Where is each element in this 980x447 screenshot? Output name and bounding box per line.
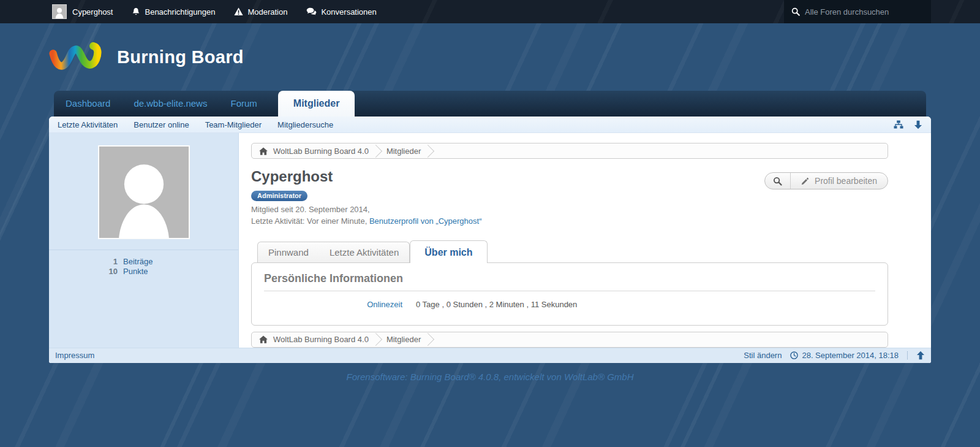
scroll-top-icon[interactable] xyxy=(916,351,925,360)
content-wrapper: Letzte Aktivitäten Benutzer online Team-… xyxy=(49,117,931,363)
sitemap-icon[interactable] xyxy=(894,120,903,129)
home-icon xyxy=(259,147,268,155)
chevron-right-icon xyxy=(421,144,434,157)
scroll-down-icon[interactable] xyxy=(914,120,922,129)
last-activity: Letzte Aktivität: Vor einer Minute, Benu… xyxy=(251,216,888,227)
logo[interactable]: Burning Board xyxy=(49,38,244,76)
current-datetime[interactable]: 28. September 2014, 18:18 xyxy=(790,351,899,360)
topbar-item-conversations[interactable]: Konversationen xyxy=(306,7,376,17)
topbar-item-moderation[interactable]: Moderation xyxy=(234,7,287,17)
member-since: Mitglied seit 20. September 2014, xyxy=(251,204,888,216)
profile-actions: Profil bearbeiten xyxy=(764,172,888,189)
page-header: Burning Board xyxy=(49,23,931,91)
breadcrumb-item-root[interactable]: WoltLab Burning Board 4.0 xyxy=(273,335,369,344)
subnav-letzte-aktivitaeten[interactable]: Letzte Aktivitäten xyxy=(58,120,118,129)
stat-value: 10 xyxy=(49,267,118,277)
footer-bar: Impressum Stil ändern 28. September 2014… xyxy=(49,348,931,363)
copyright-notice: Forensoftware: Burning Board® 4.0.8, ent… xyxy=(49,372,931,382)
topbar-username: Cyperghost xyxy=(72,7,113,17)
onlinezeit-value: 0 Tage , 0 Stunden , 2 Minuten , 11 Seku… xyxy=(416,300,577,309)
stat-value: 1 xyxy=(49,257,118,267)
global-search xyxy=(784,0,931,23)
about-section: Persönliche Informationen Onlinezeit 0 T… xyxy=(251,262,888,326)
datetime-label: 28. September 2014, 18:18 xyxy=(802,351,899,360)
section-title: Persönliche Informationen xyxy=(264,272,875,291)
stat-punkte: 10 Punkte xyxy=(49,267,238,277)
breadcrumb-item-mitglieder[interactable]: Mitglieder xyxy=(386,335,421,344)
onlinezeit-link[interactable]: Onlinezeit xyxy=(367,300,402,309)
burning-board-w-logo xyxy=(49,38,107,76)
home-icon xyxy=(259,335,268,343)
profile-content: WoltLab Burning Board 4.0 Mitglieder Cyp… xyxy=(239,133,931,348)
bell-icon xyxy=(132,7,140,17)
breadcrumb-item-root[interactable]: WoltLab Burning Board 4.0 xyxy=(273,147,369,156)
impressum-link[interactable]: Impressum xyxy=(55,351,94,360)
stat-label-punkte[interactable]: Punkte xyxy=(123,267,148,277)
topbar-item-label: Moderation xyxy=(247,7,287,17)
chevron-right-icon xyxy=(369,144,382,157)
main-navigation: Dashboard de.wbb-elite.news Forum Mitgli… xyxy=(54,91,926,117)
tab-ueber-mich[interactable]: Über mich xyxy=(410,240,487,263)
edit-profile-label: Profil bearbeiten xyxy=(815,176,877,186)
topbar-item-notifications[interactable]: Benachrichtigungen xyxy=(132,7,215,17)
chevron-right-icon xyxy=(421,333,434,346)
clock-icon xyxy=(790,351,798,359)
nav-tab-dashboard[interactable]: Dashboard xyxy=(54,91,122,117)
breadcrumb: WoltLab Burning Board 4.0 Mitglieder xyxy=(251,143,888,159)
tab-pinnwand[interactable]: Pinnwand xyxy=(258,242,319,262)
last-activity-text: Letzte Aktivität: Vor einer Minute, xyxy=(251,216,367,226)
search-content-button[interactable] xyxy=(765,173,791,189)
sub-navigation: Letzte Aktivitäten Benutzer online Team-… xyxy=(49,117,931,133)
change-style-link[interactable]: Stil ändern xyxy=(744,351,782,360)
topbar-item-label: Benachrichtigungen xyxy=(145,7,215,17)
breadcrumb-bottom: WoltLab Burning Board 4.0 Mitglieder xyxy=(251,332,888,348)
topbar: Cyperghost Benachrichtigungen Moderation… xyxy=(0,0,980,23)
tab-letzte-aktivitaeten[interactable]: Letzte Aktivitäten xyxy=(319,242,409,262)
edit-profile-button[interactable]: Profil bearbeiten xyxy=(791,173,888,189)
subnav-benutzer-online[interactable]: Benutzer online xyxy=(134,120,189,129)
topbar-user-menu[interactable]: Cyperghost xyxy=(52,4,113,19)
breadcrumb-item-mitglieder[interactable]: Mitglieder xyxy=(386,147,421,156)
search-icon xyxy=(791,7,800,16)
user-avatar-icon xyxy=(52,4,67,19)
nav-tab-mitglieder[interactable]: Mitglieder xyxy=(278,91,355,117)
last-activity-link[interactable]: Benutzerprofil von „Cyperghost“ xyxy=(369,216,482,226)
info-row: Onlinezeit 0 Tage , 0 Stunden , 2 Minute… xyxy=(264,300,875,309)
subnav-team-mitglieder[interactable]: Team-Mitglieder xyxy=(205,120,262,129)
search-input[interactable] xyxy=(805,7,924,17)
chevron-right-icon xyxy=(369,333,382,346)
rank-badge: Administrator xyxy=(251,191,307,201)
nav-tab-news[interactable]: de.wbb-elite.news xyxy=(122,91,219,117)
stat-label-beitraege[interactable]: Beiträge xyxy=(123,257,153,267)
nav-tab-forum[interactable]: Forum xyxy=(219,91,268,117)
subnav-mitgliedersuche[interactable]: Mitgliedersuche xyxy=(277,120,333,129)
topbar-item-label: Konversationen xyxy=(321,7,376,17)
pencil-icon xyxy=(801,177,809,185)
search-icon xyxy=(773,177,782,186)
stat-beitraege: 1 Beiträge xyxy=(49,257,238,267)
profile-sidebar: 1 Beiträge 10 Punkte xyxy=(49,133,239,348)
warning-icon xyxy=(234,7,243,16)
chat-bubbles-icon xyxy=(306,7,317,16)
profile-tabs: Pinnwand Letzte Aktivitäten Über mich xyxy=(257,240,888,262)
footer-divider xyxy=(907,351,908,359)
logo-title: Burning Board xyxy=(117,47,244,67)
user-silhouette-icon xyxy=(98,145,190,239)
